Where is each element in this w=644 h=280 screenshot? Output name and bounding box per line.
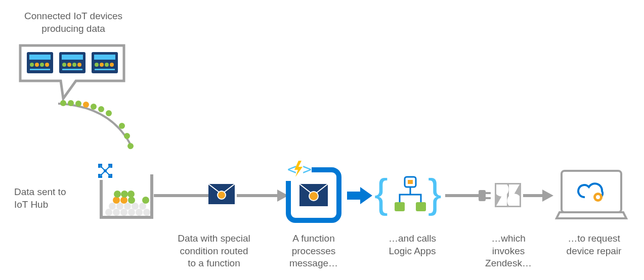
svg-point-26 xyxy=(98,106,104,112)
svg-rect-99 xyxy=(562,171,621,212)
envelope-routed-icon xyxy=(208,184,235,204)
label-line: condition routed xyxy=(180,246,248,256)
svg-rect-54 xyxy=(98,164,100,168)
svg-point-38 xyxy=(116,203,123,210)
svg-point-31 xyxy=(105,209,112,216)
svg-point-41 xyxy=(139,203,146,210)
svg-rect-55 xyxy=(110,164,112,168)
svg-point-3 xyxy=(35,63,39,67)
svg-rect-6 xyxy=(30,69,50,70)
svg-point-19 xyxy=(110,63,114,67)
svg-rect-81 xyxy=(347,192,360,200)
svg-rect-13 xyxy=(62,69,82,70)
logic-apps-icon: { } xyxy=(374,171,442,216)
svg-point-17 xyxy=(100,63,104,67)
svg-rect-92 xyxy=(486,192,491,194)
svg-point-32 xyxy=(113,209,120,216)
iot-hub-icon xyxy=(96,162,114,180)
svg-point-25 xyxy=(91,104,97,110)
svg-text:{: { xyxy=(374,171,388,216)
svg-rect-88 xyxy=(395,202,405,211)
svg-point-66 xyxy=(108,174,110,176)
iot-hub-label: Data sent to IoT Hub xyxy=(14,186,85,211)
label-line: Data sent to xyxy=(14,186,66,197)
arrow-envelope-to-function xyxy=(237,190,288,202)
svg-point-28 xyxy=(119,123,125,129)
svg-point-48 xyxy=(142,197,149,204)
label-line: message… xyxy=(289,258,338,268)
svg-point-40 xyxy=(132,203,139,210)
svg-point-46 xyxy=(121,191,128,198)
svg-rect-57 xyxy=(110,174,112,178)
svg-rect-1 xyxy=(29,55,51,60)
arrow-function-to-logic xyxy=(347,187,372,204)
svg-point-37 xyxy=(109,203,116,210)
svg-point-34 xyxy=(128,209,135,216)
repair-label: …to request device repair xyxy=(559,232,629,257)
svg-point-63 xyxy=(100,166,102,168)
svg-rect-89 xyxy=(416,202,426,211)
devices-title-label: Connected IoT devices producing data xyxy=(15,10,132,35)
label-line: to a function xyxy=(188,258,240,268)
svg-rect-15 xyxy=(94,55,115,60)
svg-point-44 xyxy=(128,197,135,204)
svg-point-33 xyxy=(120,209,127,216)
svg-text:}: } xyxy=(428,171,442,216)
arrow-zendesk-to-laptop xyxy=(523,190,553,202)
svg-rect-86 xyxy=(408,180,413,184)
svg-point-18 xyxy=(105,63,109,67)
label-line: IoT Hub xyxy=(14,199,48,210)
svg-point-35 xyxy=(136,209,143,216)
label-line: invokes xyxy=(492,246,525,256)
zendesk-icon xyxy=(495,183,521,207)
iot-devices-callout xyxy=(20,45,124,99)
svg-point-47 xyxy=(127,191,135,198)
label-line: …and calls xyxy=(389,233,436,244)
svg-point-4 xyxy=(40,63,44,67)
svg-text:>: > xyxy=(303,160,312,178)
svg-point-45 xyxy=(114,191,121,198)
label-line: Logic Apps xyxy=(389,246,436,256)
logic-apps-label: …and calls Logic Apps xyxy=(379,232,445,257)
svg-rect-56 xyxy=(98,174,100,178)
svg-point-2 xyxy=(30,63,34,67)
label-line: …to request xyxy=(568,233,620,244)
svg-marker-98 xyxy=(542,190,553,202)
azure-function-icon: < > xyxy=(283,157,312,181)
svg-point-12 xyxy=(77,63,81,67)
svg-point-101 xyxy=(596,195,600,199)
label-line: …which xyxy=(491,233,526,244)
label-line: Connected IoT devices xyxy=(24,11,122,21)
svg-point-23 xyxy=(75,101,81,107)
svg-point-5 xyxy=(45,63,49,67)
label-line: Data with special xyxy=(178,233,250,244)
svg-rect-91 xyxy=(479,190,486,201)
svg-point-27 xyxy=(106,110,112,116)
function-label: A function processes message… xyxy=(281,232,347,270)
svg-point-22 xyxy=(68,100,74,106)
connector-logic-to-zendesk xyxy=(445,190,491,201)
svg-point-16 xyxy=(95,63,99,67)
label-line: processes xyxy=(292,246,336,256)
svg-point-65 xyxy=(100,174,102,176)
label-line: Zendesk… xyxy=(485,258,532,268)
svg-rect-20 xyxy=(95,69,115,70)
label-line: A function xyxy=(292,233,334,244)
svg-point-24 xyxy=(83,102,89,108)
svg-point-10 xyxy=(67,63,71,67)
svg-point-30 xyxy=(127,143,134,149)
label-line: producing data xyxy=(41,23,105,34)
svg-point-42 xyxy=(113,197,120,204)
svg-rect-8 xyxy=(62,55,83,60)
svg-point-29 xyxy=(124,133,130,139)
data-stream-curve xyxy=(58,100,134,149)
svg-point-39 xyxy=(124,203,131,210)
svg-point-21 xyxy=(60,100,66,106)
zendesk-label: …which invokes Zendesk… xyxy=(481,232,536,270)
svg-point-64 xyxy=(108,166,110,168)
svg-rect-93 xyxy=(486,197,491,199)
routed-label: Data with special condition routed to a … xyxy=(166,232,262,270)
svg-point-11 xyxy=(72,63,76,67)
svg-point-9 xyxy=(62,63,66,67)
svg-point-36 xyxy=(143,209,150,216)
